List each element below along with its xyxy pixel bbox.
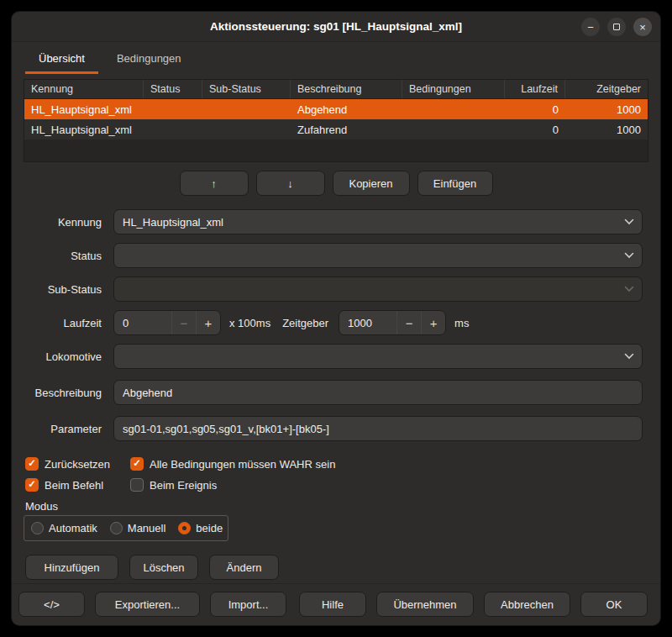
- laufzeit-spinbox[interactable]: 0 − +: [113, 310, 221, 335]
- window-controls: − ×: [581, 18, 652, 36]
- tab-uebersicht[interactable]: Übersicht: [25, 46, 98, 74]
- status-combobox[interactable]: [113, 243, 643, 268]
- checkbox-label: Alle Bedingungen müssen WAHR sein: [150, 458, 335, 471]
- export-button[interactable]: Exportieren...: [95, 592, 200, 617]
- column-header-zeitgeber[interactable]: Zeitgeber: [565, 80, 648, 98]
- table-header: Kennung Status Sub-Status Beschreibung B…: [24, 80, 648, 99]
- apply-button[interactable]: Übernehmen: [376, 592, 474, 617]
- tab-bar: Übersicht Bedingungen: [12, 42, 660, 74]
- checkbox-beim-ereignis[interactable]: Beim Ereignis: [130, 478, 217, 492]
- decrement-button[interactable]: −: [396, 311, 421, 334]
- increment-button[interactable]: +: [196, 311, 220, 334]
- checkbox-row-2: ✓ Beim Befehl Beim Ereignis: [12, 478, 660, 492]
- lokomotive-combobox[interactable]: [113, 344, 643, 369]
- parameter-label: Parameter: [24, 423, 102, 435]
- close-icon: ×: [639, 22, 646, 33]
- laufzeit-row: Laufzeit 0 − + x 100ms Zeitgeber 1000 − …: [24, 310, 643, 335]
- dialog-buttons: </> Exportieren... Import... Hilfe Übern…: [12, 583, 660, 625]
- chevron-down-icon[interactable]: [617, 244, 642, 267]
- radio-selected-icon: [178, 522, 191, 534]
- checkbox-checked-icon: ✓: [130, 457, 144, 471]
- sub-status-row: Sub-Status: [24, 276, 643, 302]
- column-header-laufzeit[interactable]: Laufzeit: [505, 80, 565, 98]
- table-empty-area[interactable]: [24, 140, 648, 161]
- check-icon: ✓: [28, 459, 36, 469]
- beschreibung-input[interactable]: Abgehend: [113, 380, 643, 405]
- list-toolbar: ↑ ↓ Kopieren Einfügen: [12, 171, 660, 196]
- ok-button[interactable]: OK: [580, 592, 648, 617]
- zeitgeber-value: 1000: [339, 317, 396, 329]
- column-header-status[interactable]: Status: [144, 80, 202, 98]
- actions-table: Kennung Status Sub-Status Beschreibung B…: [24, 79, 648, 162]
- checkbox-zuruecksetzen[interactable]: ✓ Zurücksetzen: [25, 457, 130, 471]
- cell-kennung: HL_Hauptsignal_xml: [24, 99, 144, 119]
- check-icon: ✓: [28, 480, 36, 490]
- sub-status-label: Sub-Status: [24, 283, 102, 296]
- minimize-button[interactable]: −: [581, 18, 600, 36]
- lokomotive-row: Lokomotive: [24, 344, 643, 369]
- checkbox-label: Zurücksetzen: [45, 458, 110, 471]
- cell-sub-status: [202, 119, 291, 140]
- cell-beschreibung: Abgehend: [291, 99, 402, 119]
- cancel-button[interactable]: Abbrechen: [484, 592, 570, 617]
- cell-bedingungen: [402, 119, 505, 140]
- laufzeit-value: 0: [114, 317, 171, 329]
- column-header-kennung[interactable]: Kennung: [24, 80, 144, 98]
- decrement-button[interactable]: −: [171, 311, 196, 334]
- maximize-icon: [613, 24, 620, 30]
- column-header-beschreibung[interactable]: Beschreibung: [291, 80, 402, 98]
- move-down-button[interactable]: ↓: [256, 171, 325, 196]
- radio-label: beide: [196, 522, 223, 534]
- checkbox-beim-befehl[interactable]: ✓ Beim Befehl: [25, 478, 130, 492]
- change-button[interactable]: Ändern: [209, 555, 279, 580]
- table-row[interactable]: HL_Hauptsignal_xml Zufahrend 0 1000: [24, 119, 648, 140]
- kennung-combobox[interactable]: HL_Hauptsignal_xml: [113, 209, 643, 234]
- chevron-down-icon[interactable]: [617, 345, 642, 368]
- record-actions: Hinzufügen Löschen Ändern: [12, 555, 660, 580]
- delete-button[interactable]: Löschen: [129, 555, 198, 580]
- status-row: Status: [24, 243, 643, 268]
- checkbox-checked-icon: ✓: [25, 478, 39, 492]
- radio-beide[interactable]: beide: [178, 522, 223, 534]
- minimize-icon: −: [587, 22, 594, 33]
- parameter-row: Parameter sg01-01,sg01,sg05,sg01_v,[bk01…: [24, 416, 643, 441]
- code-button[interactable]: </>: [18, 592, 85, 617]
- copy-button[interactable]: Kopieren: [333, 171, 410, 196]
- modus-label: Modus: [12, 500, 660, 513]
- column-header-sub-status[interactable]: Sub-Status: [202, 80, 291, 98]
- kennung-value: HL_Hauptsignal_xml: [123, 216, 617, 229]
- titlebar[interactable]: Aktionssteuerung: sg01 [HL_Hauptsignal_x…: [12, 12, 660, 42]
- parameter-input[interactable]: sg01-01,sg01,sg05,sg01_v,[bk01+]-[bk05-]: [113, 416, 643, 441]
- zeitgeber-spinbox[interactable]: 1000 − +: [339, 310, 446, 335]
- radio-manuell[interactable]: Manuell: [110, 522, 166, 534]
- cell-laufzeit: 0: [505, 99, 565, 119]
- column-header-bedingungen[interactable]: Bedingungen: [402, 80, 505, 98]
- cell-sub-status: [202, 99, 291, 119]
- status-label: Status: [24, 250, 102, 262]
- paste-button[interactable]: Einfügen: [417, 171, 493, 196]
- tab-bedingungen[interactable]: Bedingungen: [103, 46, 195, 74]
- modus-frame: Automatik Manuell beide: [24, 515, 228, 541]
- add-button[interactable]: Hinzufügen: [25, 555, 118, 580]
- radio-automatik[interactable]: Automatik: [31, 522, 97, 534]
- table-row[interactable]: HL_Hauptsignal_xml Abgehend 0 1000: [24, 99, 648, 119]
- maximize-button[interactable]: [607, 18, 626, 36]
- import-button[interactable]: Import...: [210, 592, 286, 617]
- checkbox-alle-bedingungen[interactable]: ✓ Alle Bedingungen müssen WAHR sein: [130, 457, 335, 471]
- close-button[interactable]: ×: [633, 18, 652, 36]
- laufzeit-label: Laufzeit: [24, 317, 102, 329]
- checkbox-checked-icon: ✓: [25, 457, 39, 471]
- cell-status: [144, 119, 202, 140]
- sub-status-combobox: [113, 276, 643, 302]
- chevron-down-icon[interactable]: [617, 210, 642, 234]
- move-up-button[interactable]: ↑: [180, 171, 249, 196]
- increment-button[interactable]: +: [421, 311, 445, 334]
- radio-label: Manuell: [128, 522, 166, 534]
- help-button[interactable]: Hilfe: [299, 592, 366, 617]
- kennung-row: Kennung HL_Hauptsignal_xml: [24, 209, 643, 234]
- kennung-label: Kennung: [24, 216, 102, 229]
- beschreibung-row: Beschreibung Abgehend: [24, 380, 643, 405]
- chevron-down-icon: [617, 277, 642, 301]
- cell-status: [144, 99, 202, 119]
- check-icon: ✓: [133, 459, 141, 469]
